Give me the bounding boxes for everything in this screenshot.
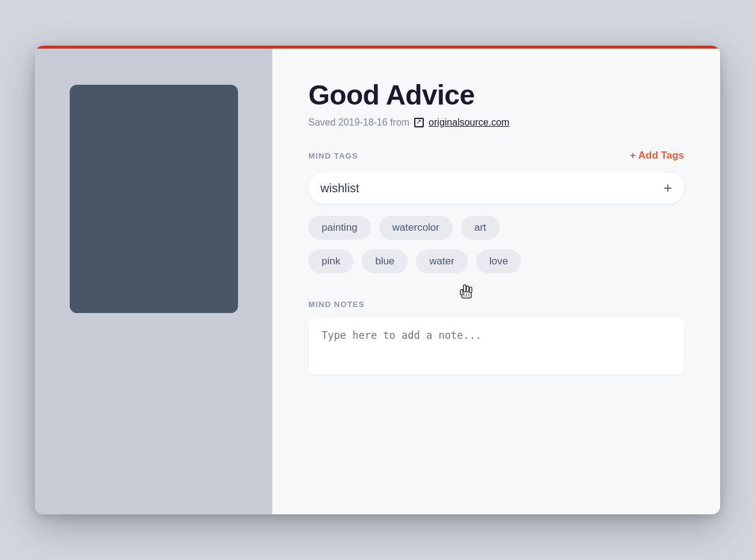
tag-input-row[interactable]: wishlist + (308, 172, 684, 204)
sidebar-area (35, 49, 272, 514)
mind-tags-section-header: MIND TAGS + Add Tags (308, 150, 684, 162)
external-link-icon (414, 118, 424, 127)
tag-chip-water[interactable]: water (416, 249, 468, 273)
source-link[interactable]: originalsource.com (429, 117, 509, 128)
tag-suggestions-row1: painting watercolor art (308, 216, 684, 240)
saved-text: Saved 2019-18-16 from (308, 117, 409, 128)
mind-notes-section: MIND NOTES (308, 300, 684, 377)
add-tags-button[interactable]: + Add Tags (630, 150, 684, 162)
mind-tags-label: MIND TAGS (308, 151, 358, 160)
tag-chip-art[interactable]: art (461, 216, 500, 240)
current-tag-text: wishlist (320, 181, 664, 195)
tag-add-icon[interactable]: + (664, 180, 672, 196)
tag-chip-love[interactable]: love (476, 249, 521, 273)
saved-info: Saved 2019-18-16 from originalsource.com (308, 117, 684, 128)
browser-content: Good Advice Saved 2019-18-16 from origin… (35, 49, 720, 514)
tag-chip-painting[interactable]: painting (308, 216, 371, 240)
tag-chip-pink[interactable]: pink (308, 249, 353, 273)
tag-chip-watercolor[interactable]: watercolor (379, 216, 453, 240)
main-content: Good Advice Saved 2019-18-16 from origin… (272, 49, 720, 514)
notes-textarea[interactable] (308, 317, 684, 374)
browser-window: Good Advice Saved 2019-18-16 from origin… (35, 46, 720, 514)
tag-chip-blue[interactable]: blue (362, 249, 408, 273)
mind-notes-label: MIND NOTES (308, 300, 684, 309)
article-title: Good Advice (308, 79, 684, 111)
tag-suggestions-row2: pink blue water love (308, 249, 684, 273)
sidebar-card (70, 85, 238, 313)
